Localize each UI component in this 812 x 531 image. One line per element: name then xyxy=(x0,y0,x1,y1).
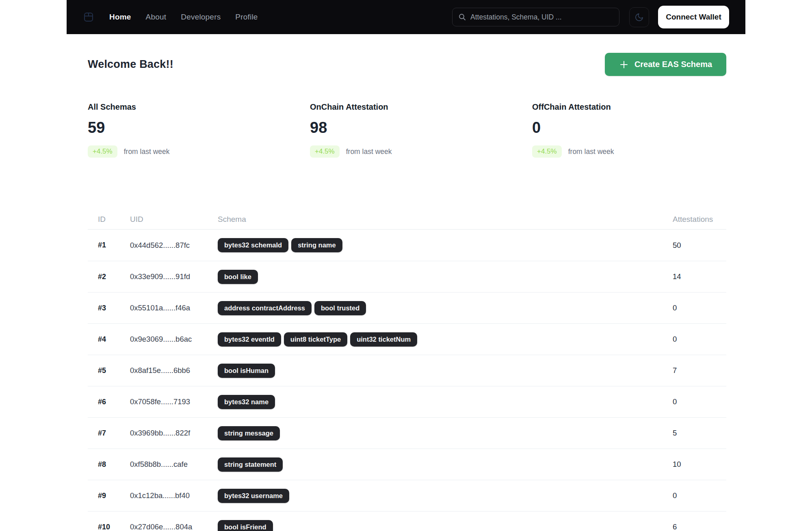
stat-delta-badge: +4.5% xyxy=(532,145,562,158)
table-row[interactable]: #9 0x1c12ba......bf40 bytes32 username 0 xyxy=(88,480,726,511)
schema-field-pill: bytes32 schemaId xyxy=(218,238,288,252)
cell-schema: address contractAddressbool trusted xyxy=(218,301,673,315)
stat-value: 59 xyxy=(88,119,282,137)
schema-field-pill: bool trusted xyxy=(314,301,366,315)
cell-id: #4 xyxy=(88,335,130,344)
stat-label: OffChain Attestation xyxy=(532,102,726,112)
table-row[interactable]: #8 0xf58b8b......cafe string statement 1… xyxy=(88,449,726,480)
search-input[interactable] xyxy=(470,13,613,22)
cell-attestations: 0 xyxy=(673,303,726,312)
schema-field-pill: bytes32 name xyxy=(218,395,275,409)
cell-schema: string statement xyxy=(218,457,673,472)
moon-icon xyxy=(634,13,644,22)
cell-id: #5 xyxy=(88,366,130,375)
stat-label: OnChain Attestation xyxy=(310,102,504,112)
schema-field-pill: string name xyxy=(291,238,342,252)
cell-schema: bytes32 name xyxy=(218,395,673,409)
schema-field-pill: uint32 ticketNum xyxy=(350,332,417,347)
cell-schema: bytes32 username xyxy=(218,489,673,503)
nav-link-profile[interactable]: Profile xyxy=(235,13,258,22)
schema-field-pill: uint8 ticketType xyxy=(284,332,347,347)
cell-schema: bytes32 eventIduint8 ticketTypeuint32 ti… xyxy=(218,332,673,347)
cell-id: #9 xyxy=(88,492,130,500)
schemas-table: ID UID Schema Attestations #1 0x44d562..… xyxy=(88,215,726,531)
nav-link-home[interactable]: Home xyxy=(109,13,131,22)
table-row[interactable]: #2 0x33e909......91fd bool like 14 xyxy=(88,261,726,292)
schema-field-pill: bool isFriend xyxy=(218,520,273,531)
page-container: Home About Developers Profile Connect Wa… xyxy=(67,0,745,531)
search-icon xyxy=(458,13,466,21)
cell-schema: string message xyxy=(218,426,673,440)
stat-note: from last week xyxy=(346,147,392,156)
search-box[interactable] xyxy=(452,8,619,26)
theme-toggle-button[interactable] xyxy=(629,7,649,27)
stat-card-offchain: OffChain Attestation 0 +4.5% from last w… xyxy=(532,102,726,158)
cell-id: #7 xyxy=(88,429,130,438)
cell-attestations: 0 xyxy=(673,491,726,500)
cell-attestations: 6 xyxy=(673,522,726,531)
cell-schema: bool isHuman xyxy=(218,364,673,378)
cell-uid: 0x33e909......91fd xyxy=(130,272,218,281)
stat-value: 0 xyxy=(532,119,726,137)
stat-card-onchain: OnChain Attestation 98 +4.5% from last w… xyxy=(310,102,504,158)
table-header-row: ID UID Schema Attestations xyxy=(88,215,726,230)
cell-attestations: 0 xyxy=(673,397,726,406)
cell-id: #1 xyxy=(88,241,130,249)
table-row[interactable]: #4 0x9e3069......b6ac bytes32 eventIduin… xyxy=(88,323,726,355)
cell-id: #6 xyxy=(88,398,130,406)
cell-uid: 0x3969bb......822f xyxy=(130,429,218,438)
table-row[interactable]: #10 0x27d06e......804a bool isFriend 6 xyxy=(88,511,726,531)
schema-field-pill: address contractAddress xyxy=(218,301,312,315)
main-content: Welcome Back!! Create EAS Schema All Sch… xyxy=(67,53,745,531)
cell-uid: 0x7058fe......7193 xyxy=(130,397,218,406)
stat-delta-badge: +4.5% xyxy=(310,145,340,158)
nav-links: Home About Developers Profile xyxy=(109,13,258,22)
schema-field-pill: bytes32 eventId xyxy=(218,332,281,347)
cell-uid: 0x44d562......87fc xyxy=(130,241,218,250)
cell-attestations: 10 xyxy=(673,460,726,469)
stat-delta-badge: +4.5% xyxy=(88,145,117,158)
cell-id: #10 xyxy=(88,523,130,531)
table-body: #1 0x44d562......87fc bytes32 schemaIdst… xyxy=(88,230,726,531)
cell-schema: bytes32 schemaIdstring name xyxy=(218,238,673,252)
nav-link-developers[interactable]: Developers xyxy=(181,13,221,22)
stat-note: from last week xyxy=(124,147,170,156)
stat-card-all-schemas: All Schemas 59 +4.5% from last week xyxy=(88,102,282,158)
cell-id: #3 xyxy=(88,304,130,312)
stat-footer: +4.5% from last week xyxy=(88,145,282,158)
table-row[interactable]: #5 0x8af15e......6bb6 bool isHuman 7 xyxy=(88,355,726,386)
connect-wallet-button[interactable]: Connect Wallet xyxy=(658,6,729,28)
cell-uid: 0x1c12ba......bf40 xyxy=(130,491,218,500)
cell-schema: bool isFriend xyxy=(218,520,673,531)
stat-value: 98 xyxy=(310,119,504,137)
navbar: Home About Developers Profile Connect Wa… xyxy=(67,0,745,34)
cell-uid: 0x55101a......f46a xyxy=(130,303,218,312)
table-row[interactable]: #6 0x7058fe......7193 bytes32 name 0 xyxy=(88,386,726,417)
cell-attestations: 5 xyxy=(673,429,726,438)
cell-attestations: 14 xyxy=(673,272,726,281)
page-title: Welcome Back!! xyxy=(88,58,173,71)
schema-field-pill: string message xyxy=(218,426,280,440)
table-row[interactable]: #7 0x3969bb......822f string message 5 xyxy=(88,417,726,449)
stat-footer: +4.5% from last week xyxy=(310,145,504,158)
cell-uid: 0x27d06e......804a xyxy=(130,522,218,531)
brand-logo xyxy=(83,11,94,23)
table-row[interactable]: #1 0x44d562......87fc bytes32 schemaIdst… xyxy=(88,230,726,261)
cell-uid: 0xf58b8b......cafe xyxy=(130,460,218,469)
column-header-uid: UID xyxy=(130,215,218,224)
nav-link-about[interactable]: About xyxy=(146,13,167,22)
schema-field-pill: bool isHuman xyxy=(218,364,275,378)
table-row[interactable]: #3 0x55101a......f46a address contractAd… xyxy=(88,292,726,323)
cell-attestations: 50 xyxy=(673,241,726,250)
cell-uid: 0x8af15e......6bb6 xyxy=(130,366,218,375)
schema-field-pill: string statement xyxy=(218,457,283,472)
stats-grid: All Schemas 59 +4.5% from last week OnCh… xyxy=(88,102,726,158)
cell-attestations: 7 xyxy=(673,366,726,375)
column-header-schema: Schema xyxy=(218,215,673,224)
header-row: Welcome Back!! Create EAS Schema xyxy=(88,53,726,76)
cell-id: #8 xyxy=(88,460,130,469)
cell-uid: 0x9e3069......b6ac xyxy=(130,335,218,344)
create-schema-button[interactable]: Create EAS Schema xyxy=(605,53,726,76)
cell-attestations: 0 xyxy=(673,335,726,344)
column-header-attestations: Attestations xyxy=(673,215,726,224)
